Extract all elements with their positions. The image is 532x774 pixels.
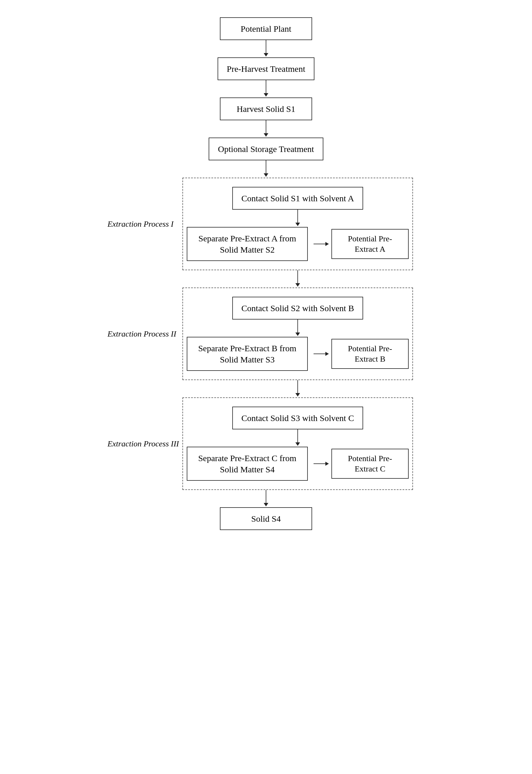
separate-b-label: Separate Pre-Extract B from Solid Matter…	[198, 343, 297, 364]
arrow-5	[295, 210, 300, 227]
separate-c-box: Separate Pre-Extract C from Solid Matter…	[187, 447, 308, 481]
side-arrow-a-line	[314, 244, 329, 244]
optional-storage-label: Optional Storage Treatment	[218, 144, 314, 154]
contact-s2-box: Contact Solid S2 with Solvent B	[232, 297, 363, 319]
extraction-1-content: Contact Solid S1 with Solvent A Separate…	[171, 178, 425, 270]
side-arrow-a: Potential Pre-Extract A	[314, 229, 409, 259]
extraction-3-content: Contact Solid S3 with Solvent C Separate…	[171, 398, 425, 490]
arrow-10	[264, 490, 268, 507]
arrow-3	[264, 120, 268, 137]
arrow-6	[295, 270, 300, 287]
solid-s4-label: Solid S4	[251, 514, 281, 524]
potential-c-box: Potential Pre-Extract C	[331, 449, 409, 479]
separate-a-label: Separate Pre-Extract A from Solid Matter…	[198, 233, 296, 254]
side-arrow-c: Potential Pre-Extract C	[314, 449, 409, 479]
extraction-2-label: Extraction Process II	[107, 329, 176, 338]
side-arrow-c-line	[314, 464, 329, 464]
separate-c-row: Separate Pre-Extract C from Solid Matter…	[197, 447, 398, 481]
side-arrow-b: Potential Pre-Extract B	[314, 339, 409, 369]
potential-b-label: Potential Pre-Extract B	[348, 344, 392, 363]
extraction-3-dashed: Contact Solid S3 with Solvent C Separate…	[182, 398, 413, 490]
contact-s3-label: Contact Solid S3 with Solvent C	[242, 413, 354, 423]
separate-b-row: Separate Pre-Extract B from Solid Matter…	[197, 337, 398, 371]
extraction-2-content: Contact Solid S2 with Solvent B Separate…	[171, 287, 425, 380]
arrow-8	[295, 380, 300, 398]
extraction-1-row: Extraction Process I Contact Solid S1 wi…	[107, 178, 425, 270]
arrow-2	[264, 80, 268, 97]
extraction-3-row: Extraction Process III Contact Solid S3 …	[107, 398, 425, 490]
separate-b-box: Separate Pre-Extract B from Solid Matter…	[187, 337, 308, 371]
potential-plant-box: Potential Plant	[220, 17, 312, 40]
separate-a-box: Separate Pre-Extract A from Solid Matter…	[187, 227, 308, 261]
arrow-9	[295, 430, 300, 447]
solid-s4-box: Solid S4	[220, 507, 312, 530]
extraction-3-label: Extraction Process III	[107, 439, 179, 449]
sections-wrapper: Extraction Process I Contact Solid S1 wi…	[107, 178, 425, 490]
contact-s2-label: Contact Solid S2 with Solvent B	[242, 303, 354, 313]
diagram: Potential Plant Pre-Harvest Treatment Ha…	[93, 17, 439, 530]
separate-a-row: Separate Pre-Extract A from Solid Matter…	[197, 227, 398, 261]
arrow-1	[264, 40, 268, 57]
potential-plant-label: Potential Plant	[241, 24, 291, 33]
extraction-1-label: Extraction Process I	[107, 219, 173, 229]
harvest-solid-label: Harvest Solid S1	[237, 104, 295, 114]
separate-c-label: Separate Pre-Extract C from Solid Matter…	[198, 453, 297, 474]
extraction-2-dashed: Contact Solid S2 with Solvent B Separate…	[182, 287, 413, 380]
extraction-2-row: Extraction Process II Contact Solid S2 w…	[107, 287, 425, 380]
side-arrow-b-line	[314, 353, 329, 354]
pre-harvest-box: Pre-Harvest Treatment	[218, 57, 314, 80]
potential-a-box: Potential Pre-Extract A	[331, 229, 409, 259]
contact-s1-box: Contact Solid S1 with Solvent A	[232, 187, 363, 210]
optional-storage-box: Optional Storage Treatment	[209, 137, 323, 160]
potential-a-label: Potential Pre-Extract A	[348, 234, 392, 253]
extraction-1-dashed: Contact Solid S1 with Solvent A Separate…	[182, 178, 413, 270]
arrow-4	[264, 160, 268, 178]
contact-s3-box: Contact Solid S3 with Solvent C	[232, 407, 363, 430]
pre-harvest-label: Pre-Harvest Treatment	[227, 64, 305, 74]
contact-s1-label: Contact Solid S1 with Solvent A	[242, 193, 354, 203]
harvest-solid-box: Harvest Solid S1	[220, 97, 312, 120]
potential-b-box: Potential Pre-Extract B	[331, 339, 409, 369]
potential-c-label: Potential Pre-Extract C	[348, 454, 392, 473]
arrow-7	[295, 319, 300, 337]
